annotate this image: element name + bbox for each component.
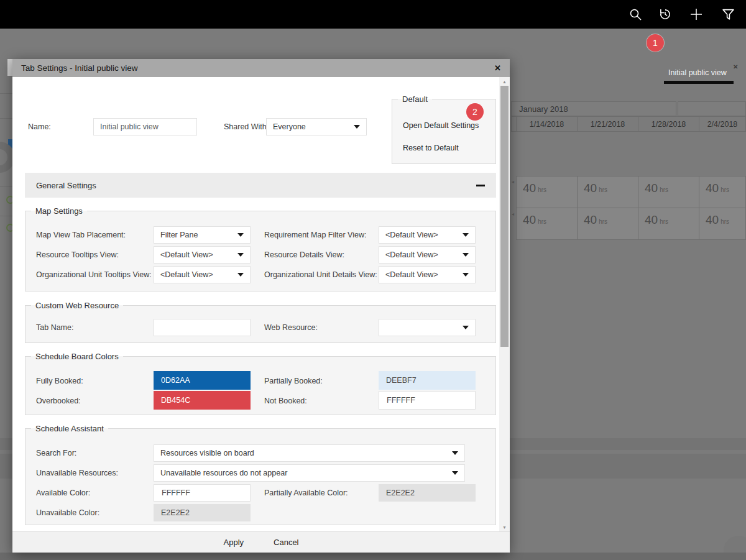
available-color-label: Available Color: bbox=[36, 484, 90, 502]
resource-details-view-label: Resource Details View: bbox=[264, 246, 344, 264]
chevron-down-icon bbox=[452, 471, 458, 475]
chevron-down-icon bbox=[237, 253, 244, 257]
resource-tooltips-view-dropdown[interactable]: <Default View> bbox=[154, 246, 251, 264]
left-fragment bbox=[7, 59, 12, 76]
date-header: 2/4/2018 bbox=[699, 116, 746, 132]
requirement-map-filter-view-label: Requirement Map Filter View: bbox=[264, 226, 366, 244]
map-view-tab-placement-label: Map View Tab Placement: bbox=[36, 226, 126, 244]
unavailable-resources-label: Unavailable Resources: bbox=[36, 464, 118, 482]
month-header: January 2018 bbox=[511, 101, 676, 116]
row-expander-icon: ◂ bbox=[512, 179, 514, 185]
screen: Initial public view ✕ 1 January 2018 1/1… bbox=[0, 0, 746, 560]
apply-button[interactable]: Apply bbox=[224, 538, 244, 547]
search-for-label: Search For: bbox=[36, 444, 76, 462]
chevron-down-icon bbox=[463, 253, 469, 257]
chevron-down-icon bbox=[237, 233, 244, 237]
partially-booked-color-field[interactable]: DEEBF7 bbox=[379, 371, 476, 390]
step-badge-2: 2 bbox=[466, 103, 484, 121]
dialog-body: Name: Initial public view Shared With: E… bbox=[12, 77, 510, 531]
capacity-cell: 40 hrs bbox=[516, 176, 578, 208]
shared-with-label: Shared With: bbox=[224, 118, 269, 135]
not-booked-color-field[interactable]: FFFFFF bbox=[379, 391, 476, 410]
scrollbar-thumb[interactable] bbox=[500, 86, 509, 347]
general-settings-label: General Settings bbox=[36, 181, 96, 190]
dialog-titlebar: Tab Settings - Initial public view ✕ bbox=[12, 59, 510, 77]
month-header-next bbox=[678, 101, 746, 116]
org-unit-tooltips-view-dropdown[interactable]: <Default View> bbox=[154, 266, 251, 283]
partially-available-color-label: Partially Available Color: bbox=[264, 484, 348, 502]
capacity-cell: 40 hrs bbox=[638, 208, 699, 240]
reset-to-default-link[interactable]: Reset to Default bbox=[403, 144, 459, 152]
name-label: Name: bbox=[28, 118, 51, 135]
chevron-down-icon bbox=[463, 326, 469, 329]
cancel-button[interactable]: Cancel bbox=[274, 538, 298, 547]
org-unit-details-view-label: Organizational Unit Details View: bbox=[264, 266, 377, 283]
chevron-down-icon bbox=[452, 451, 458, 455]
overbooked-label: Overbooked: bbox=[36, 392, 81, 410]
date-header: 1/21/2018 bbox=[577, 116, 638, 132]
tab-name-label: Tab Name: bbox=[36, 319, 73, 336]
web-resource-label: Web Resource: bbox=[264, 319, 318, 336]
dialog-footer: Apply Cancel bbox=[12, 531, 510, 553]
unavailable-color-field[interactable]: E2E2E2 bbox=[154, 504, 251, 521]
capacity-cell: 40 hrs bbox=[699, 208, 746, 240]
capacity-cell: 40 hrs bbox=[638, 176, 699, 208]
fully-booked-label: Fully Booked: bbox=[36, 372, 83, 390]
date-header: 1/14/2018 bbox=[516, 116, 578, 132]
requirement-map-filter-view-dropdown[interactable]: <Default View> bbox=[379, 226, 476, 244]
overbooked-color-field[interactable]: DB454C bbox=[154, 391, 251, 410]
left-divider bbox=[0, 216, 12, 216]
dialog-title: Tab Settings - Initial public view bbox=[21, 63, 138, 73]
chevron-down-icon bbox=[463, 273, 469, 277]
partially-available-color-field[interactable]: E2E2E2 bbox=[379, 484, 476, 502]
shared-with-dropdown[interactable]: Everyone bbox=[266, 118, 367, 135]
capacity-cell: 40 hrs bbox=[699, 176, 746, 208]
available-color-field[interactable]: FFFFFF bbox=[154, 484, 251, 502]
search-for-dropdown[interactable]: Resources visible on board bbox=[154, 444, 465, 462]
not-booked-label: Not Booked: bbox=[264, 392, 307, 410]
collapse-icon bbox=[476, 185, 485, 186]
schedule-assistant-legend: Schedule Assistant bbox=[31, 424, 108, 433]
unavailable-resources-dropdown[interactable]: Unavailable resources do not appear bbox=[154, 464, 465, 482]
chevron-down-icon bbox=[237, 273, 244, 277]
left-divider bbox=[0, 186, 12, 187]
name-value: Initial public view bbox=[100, 122, 159, 131]
partially-booked-label: Partially Booked: bbox=[264, 372, 323, 390]
shared-with-value: Everyone bbox=[273, 122, 306, 131]
dialog-scrollbar[interactable]: ▲ ▼ bbox=[499, 77, 510, 531]
unavailable-color-label: Unavailable Color: bbox=[36, 504, 99, 521]
bottom-board-strip bbox=[0, 553, 746, 560]
org-unit-details-view-dropdown[interactable]: <Default View> bbox=[379, 266, 476, 283]
map-view-tab-placement-dropdown[interactable]: Filter Pane bbox=[154, 226, 251, 244]
capacity-cell: 40 hrs bbox=[577, 208, 638, 240]
left-divider bbox=[0, 93, 12, 94]
resource-details-view-dropdown[interactable]: <Default View> bbox=[379, 246, 476, 264]
schedule-board-colors-legend: Schedule Board Colors bbox=[31, 352, 123, 361]
date-header: 1/28/2018 bbox=[638, 116, 699, 132]
chevron-down-icon bbox=[463, 233, 469, 237]
capacity-cell: 40 hrs bbox=[577, 176, 638, 208]
step-badge-1: 1 bbox=[647, 34, 664, 52]
capacity-cell: 40 hrs bbox=[516, 208, 578, 240]
left-divider bbox=[0, 118, 12, 119]
resource-tooltips-view-label: Resource Tooltips View: bbox=[36, 246, 119, 264]
scroll-up-icon[interactable]: ▲ bbox=[499, 77, 510, 86]
org-unit-tooltips-view-label: Organizational Unit Tooltips View: bbox=[36, 266, 152, 283]
open-default-settings-link[interactable]: Open Default Settings bbox=[403, 121, 479, 130]
web-resource-dropdown[interactable] bbox=[379, 319, 476, 336]
chevron-down-icon bbox=[354, 125, 360, 129]
custom-web-resource-legend: Custom Web Resource bbox=[31, 301, 123, 310]
row-expander-icon: ◂ bbox=[512, 211, 514, 217]
general-settings-header[interactable]: General Settings bbox=[25, 173, 496, 198]
fully-booked-color-field[interactable]: 0D62AA bbox=[154, 371, 251, 390]
default-legend: Default bbox=[398, 94, 432, 104]
tab-name-input[interactable] bbox=[154, 319, 251, 336]
scroll-down-icon[interactable]: ▼ bbox=[499, 523, 510, 531]
dialog-close-icon[interactable]: ✕ bbox=[494, 63, 501, 73]
name-input[interactable]: Initial public view bbox=[93, 118, 197, 135]
month-label: January 2018 bbox=[519, 104, 568, 114]
map-settings-legend: Map Settings bbox=[31, 206, 87, 216]
tab-settings-dialog: Tab Settings - Initial public view ✕ Nam… bbox=[12, 59, 510, 553]
